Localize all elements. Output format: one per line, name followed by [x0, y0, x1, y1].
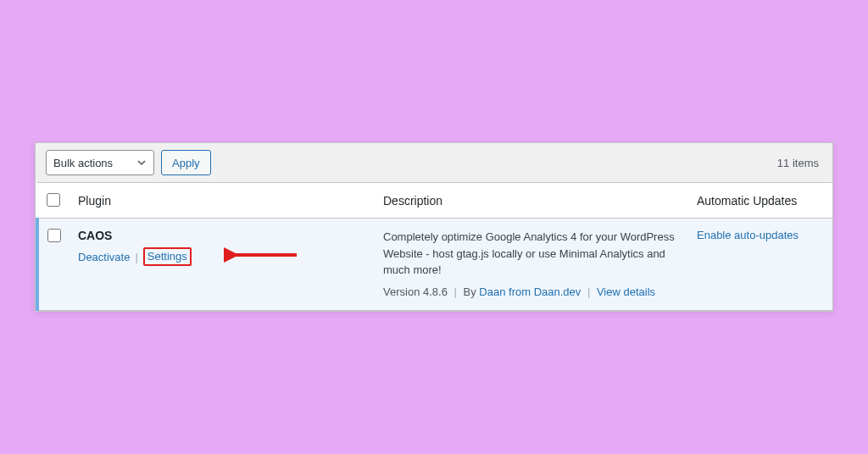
plugins-panel: Bulk actions Apply 11 items Plugin Descr…: [35, 142, 833, 312]
toolbar: Bulk actions Apply 11 items: [36, 143, 832, 182]
plugin-name: CAOS: [78, 229, 366, 242]
plugins-table: Plugin Description Automatic Updates CAO…: [36, 182, 832, 311]
column-plugin[interactable]: Plugin: [70, 183, 375, 219]
plugin-description: Completely optimize Google Analytics 4 f…: [383, 229, 680, 279]
plugin-cell: CAOS Deactivate | Settings: [70, 219, 375, 311]
view-details-link[interactable]: View details: [597, 285, 655, 298]
enable-auto-updates-link[interactable]: Enable auto-updates: [697, 229, 798, 241]
bulk-actions-label: Bulk actions: [53, 157, 113, 169]
settings-link[interactable]: Settings: [147, 250, 187, 263]
plugin-meta: Version 4.8.6 | By Daan from Daan.dev | …: [383, 285, 680, 298]
meta-separator: |: [587, 285, 590, 298]
row-actions: Deactivate | Settings: [78, 247, 366, 266]
select-all-checkbox[interactable]: [47, 193, 60, 207]
column-description[interactable]: Description: [375, 183, 688, 219]
row-check-cell: [37, 219, 70, 311]
by-label: By: [464, 285, 476, 298]
settings-highlight: Settings: [143, 247, 192, 266]
deactivate-link[interactable]: Deactivate: [78, 251, 130, 263]
apply-button[interactable]: Apply: [161, 150, 211, 175]
auto-updates-cell: Enable auto-updates: [688, 219, 832, 311]
select-all-header: [37, 183, 70, 219]
column-auto-updates[interactable]: Automatic Updates: [688, 183, 832, 219]
annotation-arrow-icon: [224, 242, 300, 268]
plugin-version: Version 4.8.6: [383, 285, 448, 298]
items-count: 11 items: [777, 157, 822, 169]
row-checkbox[interactable]: [47, 229, 61, 242]
chevron-down-icon: [136, 158, 147, 168]
meta-separator: |: [454, 285, 457, 298]
bulk-actions-select[interactable]: Bulk actions: [46, 150, 154, 175]
description-cell: Completely optimize Google Analytics 4 f…: [375, 219, 688, 311]
table-row: CAOS Deactivate | Settings: [37, 219, 832, 311]
plugin-author-link[interactable]: Daan from Daan.dev: [479, 285, 581, 298]
action-separator: |: [135, 251, 137, 263]
